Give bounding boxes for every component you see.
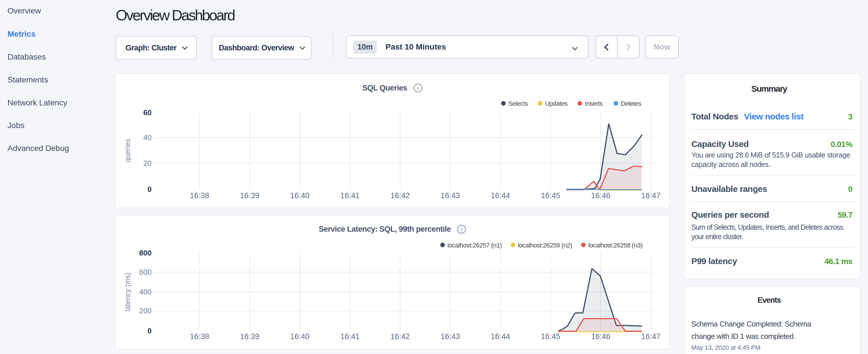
svg-text:localhost:26257 (n1): localhost:26257 (n1): [447, 242, 501, 249]
svg-text:16:41: 16:41: [340, 191, 360, 200]
svg-text:16:46: 16:46: [591, 332, 610, 341]
svg-text:600: 600: [139, 268, 151, 277]
svg-text:Updates: Updates: [545, 100, 568, 107]
svg-text:Inserts: Inserts: [585, 100, 602, 107]
svg-text:400: 400: [139, 288, 151, 296]
svg-text:16:39: 16:39: [240, 332, 259, 341]
svg-text:16:45: 16:45: [541, 332, 560, 341]
svg-text:200: 200: [139, 307, 151, 315]
svg-text:16:46: 16:46: [591, 191, 610, 200]
svg-text:16:39: 16:39: [240, 191, 259, 200]
svg-text:16:47: 16:47: [641, 191, 660, 200]
svg-text:localhost:26259 (n2): localhost:26259 (n2): [518, 242, 572, 249]
svg-text:16:40: 16:40: [290, 191, 309, 200]
svg-text:16:43: 16:43: [440, 191, 460, 200]
svg-text:16:47: 16:47: [641, 332, 660, 341]
svg-text:16:42: 16:42: [390, 332, 410, 341]
svg-text:latency (ms): latency (ms): [124, 273, 131, 312]
svg-text:60: 60: [143, 108, 152, 117]
svg-text:16:40: 16:40: [290, 332, 309, 341]
svg-text:20: 20: [143, 159, 152, 167]
svg-text:16:42: 16:42: [390, 191, 410, 200]
svg-text:16:44: 16:44: [491, 332, 510, 341]
svg-text:16:43: 16:43: [440, 332, 460, 341]
svg-text:16:44: 16:44: [491, 191, 510, 200]
svg-text:localhost:26258 (n3): localhost:26258 (n3): [588, 242, 643, 249]
svg-text:16:41: 16:41: [340, 332, 360, 341]
svg-text:0: 0: [147, 185, 151, 194]
svg-text:800: 800: [139, 249, 151, 257]
svg-text:16:45: 16:45: [541, 191, 560, 200]
svg-text:0: 0: [147, 326, 151, 335]
svg-text:16:38: 16:38: [190, 332, 209, 341]
svg-text:16:38: 16:38: [190, 191, 209, 200]
svg-text:Deletes: Deletes: [621, 100, 641, 107]
svg-text:Selects: Selects: [508, 100, 528, 107]
svg-text:40: 40: [143, 133, 152, 142]
svg-text:queries: queries: [124, 139, 131, 162]
